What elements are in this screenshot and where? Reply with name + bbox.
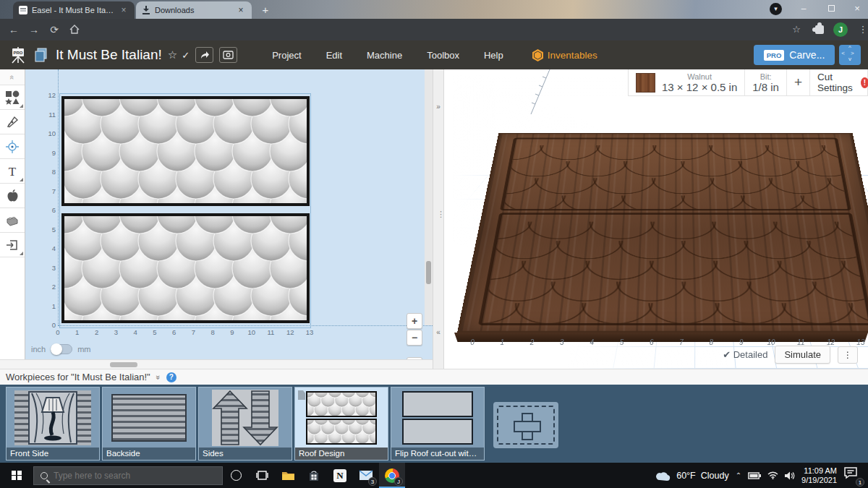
unit-toggle-row: inch mm (31, 344, 91, 354)
home-button[interactable] (67, 22, 82, 38)
workpiece-flip-roof[interactable]: Flip Roof cut-out with ... (391, 387, 485, 461)
tab-close-icon[interactable]: × (236, 5, 246, 15)
detailed-checkbox[interactable]: ✔ Detailed (723, 349, 767, 360)
cortana-icon (231, 470, 242, 481)
notion-button[interactable]: N (327, 463, 353, 488)
back-button[interactable]: ← (6, 22, 22, 38)
tab-easel[interactable]: Easel - It Must Be Italian! × (13, 1, 135, 19)
collapse-left-chevron-icon[interactable]: « (433, 328, 443, 336)
action-center-button[interactable]: 1 (843, 466, 862, 485)
add-workpiece-button[interactable] (493, 402, 558, 448)
canvas-vertical-scrollbar[interactable] (425, 69, 433, 325)
menu-edit[interactable]: Edit (326, 50, 342, 61)
browser-menu-icon[interactable]: ⋮ (855, 22, 868, 38)
weather-widget[interactable]: 60°F Cloudy (655, 471, 728, 481)
pen-tool[interactable] (0, 110, 25, 134)
carve-button[interactable]: PRO Carve... (754, 45, 835, 65)
extensions-puzzle-icon[interactable] (812, 22, 827, 38)
bookmark-star-icon[interactable]: ☆ (788, 22, 804, 38)
fullscreen-expand-button[interactable]: ^<>v (839, 45, 861, 65)
help-icon[interactable]: ? (166, 372, 176, 382)
zoom-out-button[interactable]: − (407, 330, 422, 346)
add-bit-button[interactable]: + (787, 69, 810, 95)
preview-ruler-label: 8 (705, 338, 718, 346)
battery-icon[interactable] (748, 472, 761, 479)
duplicate-pages-icon[interactable] (35, 48, 48, 62)
volume-icon[interactable] (785, 471, 795, 480)
zoom-in-button[interactable]: + (407, 313, 422, 329)
new-tab-button[interactable]: + (259, 4, 272, 17)
tab-downloads[interactable]: Downloads × (136, 1, 252, 19)
favorite-star-icon[interactable]: ☆ (168, 48, 177, 61)
preview-ruler-label: 2 (526, 338, 539, 346)
share-button[interactable] (195, 47, 213, 63)
ruler-v-label: 2 (44, 283, 56, 291)
import-tool[interactable] (0, 233, 25, 257)
workpiece-roof-design-selected[interactable]: Roof Design (294, 387, 388, 461)
expand-right-chevron-icon[interactable]: » (433, 103, 443, 111)
simulate-button[interactable]: Simulate (775, 346, 830, 364)
workpiece-sides[interactable]: Sides (198, 387, 292, 461)
taskbar-search-box[interactable] (33, 466, 223, 485)
profile-avatar[interactable]: J (833, 22, 848, 37)
workpiece-backside[interactable]: Backside (102, 387, 196, 461)
apps-lego-icon[interactable] (0, 208, 25, 233)
cut-settings-button[interactable]: Cut Settings ! (810, 69, 868, 95)
design-canvas-2d[interactable]: 0123456789101112 012345678910111213 + − … (25, 69, 433, 359)
chrome-button-active[interactable]: J (379, 463, 405, 488)
canvas-horizontal-scrollbar[interactable] (0, 359, 433, 369)
menu-project[interactable]: Project (272, 50, 301, 61)
notification-badge: 1 (856, 478, 864, 487)
tray-overflow-chevron-icon[interactable]: ⌃ (736, 471, 741, 479)
shapes-tool[interactable] (0, 85, 25, 110)
reload-button[interactable]: ⟳ (46, 22, 62, 38)
window-close-button[interactable]: × (843, 0, 868, 18)
mail-button[interactable]: 3 (353, 463, 379, 488)
design-object-roof-panel-2[interactable] (61, 213, 310, 323)
preview-z-axis (516, 69, 567, 120)
screenshot-button[interactable] (219, 47, 237, 63)
weather-condition: Cloudy (701, 471, 729, 481)
easel-pro-logo-icon[interactable]: PRO (9, 46, 27, 64)
inventables-brand[interactable]: Inventables (532, 49, 597, 61)
window-maximize-button[interactable] (817, 0, 845, 18)
menu-help[interactable]: Help (484, 50, 503, 61)
collapse-toolbar-button[interactable]: « (0, 69, 25, 85)
collapse-workpieces-icon[interactable]: » (154, 374, 163, 379)
cortana-button[interactable] (223, 463, 249, 488)
tab-close-icon[interactable]: × (119, 5, 129, 15)
design-object-roof-panel-1[interactable] (61, 96, 310, 206)
menu-toolbox[interactable]: Toolbox (427, 50, 459, 61)
taskbar-clock[interactable]: 11:09 AM 9/19/2021 (801, 466, 837, 485)
text-tool[interactable]: T (0, 159, 25, 184)
toggle-knob[interactable] (51, 343, 62, 355)
preview-ruler-label: 4 (585, 338, 598, 346)
preview-panel-3d[interactable]: 012345678910111213 Walnut 13 × 12 × 0.5 … (444, 69, 868, 369)
download-icon (142, 6, 150, 14)
forward-button[interactable]: → (26, 22, 42, 38)
project-title[interactable]: It Must Be Italian! (56, 47, 162, 63)
unit-toggle[interactable] (51, 344, 72, 354)
start-button[interactable] (0, 463, 33, 488)
wifi-icon[interactable] (767, 471, 778, 479)
cut-settings-label: Cut Settings (817, 72, 856, 93)
bit-info[interactable]: Bit: 1/8 in (745, 69, 787, 95)
ruler-h-label: 10 (246, 328, 258, 336)
preview-3d-board[interactable] (457, 133, 868, 333)
file-explorer-button[interactable] (275, 463, 301, 488)
drill-origin-tool[interactable] (0, 134, 25, 159)
easel-header: PRO It Must Be Italian! ☆ ✓ ProjectEditM… (0, 40, 868, 69)
workpieces-title: Workpieces for "It Must Be Italian!" (6, 372, 150, 382)
window-minimize-button[interactable]: – (790, 0, 817, 18)
search-input[interactable] (54, 471, 198, 481)
microsoft-store-button[interactable] (301, 463, 327, 488)
divider-grip-icon[interactable]: ⋮ (437, 213, 440, 215)
design-library-apple-icon[interactable] (0, 184, 25, 208)
workpiece-front-side[interactable]: Front Side (6, 387, 100, 461)
material-info[interactable]: Walnut 13 × 12 × 0.5 in (629, 69, 745, 95)
preview-menu-icon[interactable]: ⋮ (838, 346, 858, 364)
menu-machine[interactable]: Machine (367, 50, 402, 61)
tab-search-menu-icon[interactable]: ▾ (770, 3, 782, 15)
task-view-button[interactable] (249, 463, 275, 488)
panel-divider[interactable]: » ⋮ « (433, 69, 444, 369)
